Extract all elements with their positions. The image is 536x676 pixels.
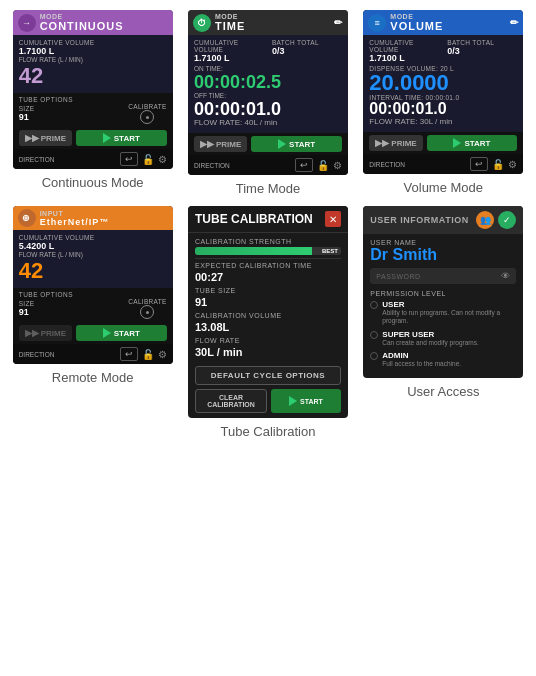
remote-mode-small: INPUT [40, 210, 110, 217]
time-off-label: OFF TIME: [194, 92, 232, 99]
remote-mode-name: EtherNet/IP™ [40, 217, 110, 227]
volume-gear-icon[interactable]: ⚙ [508, 159, 517, 170]
permission-user-name: USER [382, 300, 516, 309]
remote-action-bar: ▶▶ PRIME START [13, 322, 173, 344]
time-prime-button[interactable]: ▶▶ PRIME [194, 136, 247, 152]
calib-tubesize-field: TUBE SIZE 91 [195, 287, 341, 308]
volume-mode-icon: ≡ [368, 14, 386, 32]
time-direction-bar: DIRECTION ↩ 🔓 ⚙ [188, 155, 348, 175]
password-field[interactable]: PASSWORD 👁 [370, 268, 516, 284]
clear-calibration-button[interactable]: CLEARCALIBRATION [195, 389, 267, 413]
remote-gear-icon[interactable]: ⚙ [158, 349, 167, 360]
volume-lock-icon: 🔓 [492, 159, 504, 170]
continuous-flow-label: FLOW RATE (L / min) [19, 56, 167, 63]
start-calibration-button[interactable]: START [271, 389, 341, 413]
remote-calibrate[interactable]: CALIBRATE [128, 298, 166, 319]
remote-direction-button[interactable]: ↩ [120, 347, 138, 361]
remote-start-button[interactable]: START [76, 325, 167, 341]
remote-prime-button[interactable]: ▶▶ PRIME [19, 325, 72, 341]
radio-user[interactable] [370, 301, 378, 309]
remote-target-icon [140, 305, 154, 319]
continuous-start-button[interactable]: START [76, 130, 167, 146]
time-direction-button[interactable]: ↩ [295, 158, 313, 172]
volume-batch-value: 0/3 [447, 46, 517, 56]
calib-play-icon [289, 396, 297, 406]
volume-prime-button[interactable]: ▶▶ PRIME [369, 135, 422, 151]
continuous-calibrate[interactable]: CALIBRATE [128, 103, 166, 124]
volume-header: ≡ MODE VOLUME ✏ [363, 10, 523, 35]
time-batch-value: 0/3 [272, 46, 342, 56]
volume-interval-value: 00:00:01.0 [369, 101, 517, 117]
calib-expected-value: 00:27 [195, 271, 341, 283]
volume-direction-button[interactable]: ↩ [470, 157, 488, 171]
volume-cumvol-label: CUMULATIVE VOLUME [369, 39, 439, 53]
calibration-header: TUBE CALIBRATION ✕ [188, 206, 348, 233]
remote-tube-options: TUBE OPTIONS SIZE 91 CALIBRATE [13, 288, 173, 322]
user-label: User Access [407, 384, 479, 399]
time-prime-icon: ▶▶ [200, 139, 214, 149]
volume-play-icon [453, 138, 461, 148]
volume-flow-row: FLOW RATE: 30L / min [369, 117, 517, 126]
time-cumvol-value: 1.7100 L [194, 53, 264, 63]
radio-superuser[interactable] [370, 331, 378, 339]
calibration-card: TUBE CALIBRATION ✕ CALIBRATION STRENGTH … [188, 206, 348, 418]
continuous-mode-icon: → [18, 14, 36, 32]
continuous-mode-small: MODE [40, 13, 124, 20]
time-card: ⏱ MODE TIME ✏ CUMULATIVE VOLUME 1.7100 L… [188, 10, 348, 175]
remote-size-label: SIZE [19, 300, 125, 307]
remote-prime-icon: ▶▶ [25, 328, 39, 338]
volume-edit-icon[interactable]: ✏ [510, 17, 519, 28]
time-direction-label: DIRECTION [194, 162, 291, 169]
default-cycle-button[interactable]: DEFAULT CYCLE OPTIONS [195, 366, 341, 385]
volume-start-button[interactable]: START [427, 135, 518, 151]
password-placeholder: PASSWORD [376, 273, 420, 280]
volume-body: CUMULATIVE VOLUME 1.7100 L BATCH TOTAL 0… [363, 35, 523, 132]
time-edit-icon[interactable]: ✏ [334, 17, 343, 28]
volume-action-bar: ▶▶ PRIME START [363, 132, 523, 154]
time-gear-icon[interactable]: ⚙ [333, 160, 342, 171]
volume-label: Volume Mode [404, 180, 484, 195]
continuous-card: → MODE CONTINUOUS CUMULATIVE VOLUME 1.71… [13, 10, 173, 169]
volume-cumvol-value: 1.7100 L [369, 53, 439, 63]
calibration-close-button[interactable]: ✕ [325, 211, 341, 227]
target-icon [140, 110, 154, 124]
permission-user: USER Ability to run programs. Can not mo… [370, 300, 516, 326]
remote-body: CUMULATIVE VOLUME 5.4200 L FLOW RATE (L … [13, 230, 173, 288]
continuous-body: CUMULATIVE VOLUME 1.7100 L FLOW RATE (L … [13, 35, 173, 93]
permission-superuser-desc: Can create and modify programs. [382, 339, 478, 347]
time-play-icon [278, 139, 286, 149]
continuous-mode-name: CONTINUOUS [40, 20, 124, 32]
calib-strength-bar: BEST [195, 247, 341, 255]
remote-card: ⊕ INPUT EtherNet/IP™ CUMULATIVE VOLUME 5… [13, 206, 173, 364]
continuous-direction-bar: DIRECTION ↩ 🔓 ⚙ [13, 149, 173, 169]
user-people-icon[interactable]: 👥 [476, 211, 494, 229]
prime-icon: ▶▶ [25, 133, 39, 143]
calib-action-row: CLEARCALIBRATION START [195, 389, 341, 413]
time-off-value: 00:00:01.0 [194, 100, 342, 118]
time-header: ⏱ MODE TIME ✏ [188, 10, 348, 35]
time-start-button[interactable]: START [251, 136, 342, 152]
remote-cumvol-value: 5.4200 L [19, 241, 167, 251]
continuous-prime-button[interactable]: ▶▶ PRIME [19, 130, 72, 146]
gear-icon[interactable]: ⚙ [158, 154, 167, 165]
user-header-title: USER INFORMATION [370, 215, 468, 225]
lock-icon: 🔓 [142, 154, 154, 165]
volume-batch-label: BATCH TOTAL [447, 39, 517, 46]
volume-card: ≡ MODE VOLUME ✏ CUMULATIVE VOLUME 1.7100… [363, 10, 523, 174]
volume-direction-bar: DIRECTION ↩ 🔓 ⚙ [363, 154, 523, 174]
direction-button[interactable]: ↩ [120, 152, 138, 166]
volume-direction-label: DIRECTION [369, 161, 466, 168]
time-cumvol-label: CUMULATIVE VOLUME [194, 39, 264, 53]
calib-flowrate-value: 30L / min [195, 346, 341, 358]
play-icon [103, 133, 111, 143]
eye-icon[interactable]: 👁 [501, 271, 510, 281]
time-card-wrapper: ⏱ MODE TIME ✏ CUMULATIVE VOLUME 1.7100 L… [185, 10, 350, 196]
continuous-tube-options: TUBE OPTIONS SIZE 91 CALIBRATE [13, 93, 173, 127]
user-confirm-icon[interactable]: ✓ [498, 211, 516, 229]
time-on-value: 00:00:02.5 [194, 73, 342, 91]
permission-admin: ADMIN Full access to the machine. [370, 351, 516, 368]
remote-direction-label: DIRECTION [19, 351, 116, 358]
calib-strength-label: CALIBRATION STRENGTH [195, 238, 341, 245]
radio-admin[interactable] [370, 352, 378, 360]
time-mode-icon: ⏱ [193, 14, 211, 32]
